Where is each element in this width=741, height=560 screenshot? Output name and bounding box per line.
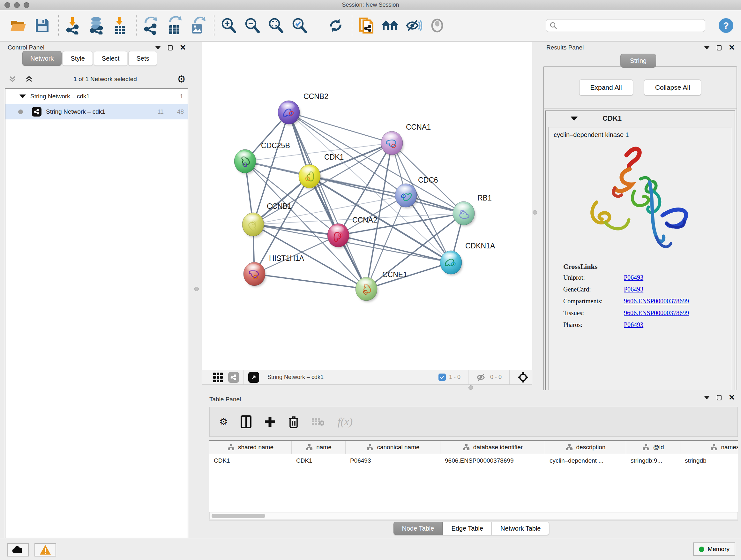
uniprot-link[interactable]: P06493 bbox=[624, 274, 643, 281]
table-row[interactable]: CDK1CDK1P064939606.ENSP00000378699cyclin… bbox=[209, 454, 738, 467]
show-hidden-button[interactable] bbox=[428, 16, 446, 36]
zoom-in-button[interactable] bbox=[219, 16, 238, 36]
panel-float-icon[interactable] bbox=[717, 395, 722, 400]
network-node[interactable]: RB1 bbox=[453, 194, 492, 226]
column-header[interactable]: description bbox=[545, 441, 626, 454]
compartments-link[interactable]: 9606.ENSP00000378699 bbox=[624, 298, 689, 305]
collapse-all-icon[interactable] bbox=[8, 75, 17, 83]
tab-node-table[interactable]: Node Table bbox=[394, 522, 443, 535]
panel-float-icon[interactable] bbox=[168, 45, 173, 51]
search-field[interactable] bbox=[546, 19, 705, 32]
table-cell[interactable]: CDK1 bbox=[209, 454, 292, 467]
scrollbar-thumb[interactable] bbox=[212, 514, 265, 518]
tab-network-table[interactable]: Network Table bbox=[492, 522, 549, 535]
table-cell[interactable]: cyclin–dependent ... bbox=[545, 454, 626, 467]
tab-string[interactable]: String bbox=[620, 54, 656, 68]
panel-float-icon[interactable] bbox=[717, 45, 722, 51]
table-cell[interactable]: P06493 bbox=[346, 454, 441, 467]
network-node[interactable]: HIST1H1A bbox=[244, 254, 305, 287]
import-network-button[interactable] bbox=[64, 16, 82, 36]
network-collection-row[interactable]: String Network – cdk1 1 bbox=[5, 89, 188, 104]
expand-all-icon[interactable] bbox=[25, 75, 33, 83]
column-header[interactable]: name bbox=[292, 441, 346, 454]
import-database-button[interactable] bbox=[87, 16, 105, 36]
network-options-gear-icon[interactable]: ⚙ bbox=[177, 74, 186, 84]
tab-select[interactable]: Select bbox=[94, 51, 128, 66]
help-button[interactable]: ? bbox=[719, 18, 733, 33]
pharos-link[interactable]: P06493 bbox=[624, 321, 643, 328]
collapse-all-button[interactable]: Collapse All bbox=[644, 79, 701, 96]
table-horizontal-scrollbar[interactable] bbox=[209, 512, 738, 520]
tab-edge-table[interactable]: Edge Table bbox=[443, 522, 492, 535]
network-node[interactable]: CCNA1 bbox=[381, 123, 431, 156]
birdseye-toggle-icon[interactable] bbox=[248, 372, 259, 383]
grid-view-icon[interactable] bbox=[213, 372, 223, 382]
horizontal-splitter-handle[interactable] bbox=[468, 385, 473, 390]
zoom-fit-button[interactable] bbox=[267, 16, 285, 36]
panel-close-icon[interactable]: ✕ bbox=[729, 395, 735, 400]
left-splitter-handle[interactable] bbox=[194, 287, 199, 291]
memory-button[interactable]: Memory bbox=[693, 543, 735, 556]
export-table-button[interactable] bbox=[165, 16, 183, 36]
column-header[interactable]: namespace bbox=[680, 441, 738, 454]
right-splitter-handle[interactable] bbox=[533, 210, 537, 214]
search-input[interactable] bbox=[557, 22, 695, 29]
tab-style[interactable]: Style bbox=[63, 51, 92, 66]
tissues-link[interactable]: 9606.ENSP00000378699 bbox=[624, 309, 689, 317]
expand-all-button[interactable]: Expand All bbox=[579, 79, 633, 96]
tab-sets[interactable]: Sets bbox=[128, 51, 157, 66]
refresh-view-button[interactable] bbox=[327, 16, 345, 36]
warnings-button[interactable] bbox=[35, 543, 56, 557]
column-header[interactable]: @id bbox=[626, 441, 680, 454]
gene-header[interactable]: CDK1 bbox=[546, 111, 735, 126]
column-header[interactable]: canonical name bbox=[346, 441, 441, 454]
genecard-link[interactable]: P06493 bbox=[624, 286, 643, 293]
network-edge[interactable] bbox=[253, 225, 338, 235]
cloud-status-button[interactable] bbox=[7, 543, 29, 557]
node-table[interactable]: shared namenamecanonical namedatabase id… bbox=[209, 440, 738, 520]
table-options-gear-icon[interactable]: ⚙ bbox=[219, 417, 228, 427]
column-header[interactable]: database identifier bbox=[441, 441, 545, 454]
zoom-out-button[interactable] bbox=[243, 16, 261, 36]
panel-collapse-icon[interactable] bbox=[155, 46, 161, 50]
show-columns-icon[interactable] bbox=[241, 415, 252, 428]
tab-network[interactable]: Network bbox=[22, 51, 62, 66]
panel-collapse-icon[interactable] bbox=[704, 46, 710, 50]
network-row-selected[interactable]: String Network – cdk1 11 48 bbox=[5, 104, 188, 119]
home-layout-button[interactable] bbox=[381, 16, 399, 36]
panel-close-icon[interactable]: ✕ bbox=[180, 45, 186, 51]
save-session-button[interactable] bbox=[33, 16, 51, 36]
table-cell[interactable]: stringdb:9... bbox=[626, 454, 680, 467]
zoom-selected-button[interactable] bbox=[290, 16, 308, 36]
share-network-button[interactable] bbox=[357, 16, 375, 36]
network-edge[interactable] bbox=[289, 112, 366, 289]
function-builder-icon[interactable]: f(x) bbox=[338, 416, 353, 428]
table-cell[interactable]: 9606.ENSP00000378699 bbox=[441, 454, 545, 467]
network-type-icon[interactable] bbox=[228, 372, 239, 383]
collection-expand-caret-icon[interactable] bbox=[19, 95, 26, 98]
delete-column-icon[interactable] bbox=[288, 415, 299, 428]
network-edge[interactable] bbox=[366, 262, 451, 289]
network-node[interactable]: CDKN1A bbox=[440, 242, 495, 275]
network-edge[interactable] bbox=[254, 274, 366, 289]
create-column-icon[interactable] bbox=[264, 416, 276, 428]
network-node[interactable]: CCNE1 bbox=[355, 270, 407, 302]
open-session-button[interactable] bbox=[10, 16, 27, 36]
network-edge[interactable] bbox=[289, 112, 464, 213]
panel-collapse-icon[interactable] bbox=[704, 396, 710, 399]
table-cell[interactable]: CDK1 bbox=[292, 454, 346, 467]
export-image-button[interactable] bbox=[189, 16, 207, 36]
delete-table-icon[interactable] bbox=[312, 417, 325, 427]
selected-checkbox[interactable] bbox=[439, 374, 446, 381]
hide-selected-button[interactable] bbox=[405, 16, 422, 36]
import-table-button[interactable] bbox=[111, 16, 129, 36]
network-canvas[interactable]: CCNB2CCNA1CDC25BCDK1CDC6RB1CCNB1CCNA2CDK… bbox=[202, 42, 532, 370]
table-cell[interactable]: stringdb bbox=[680, 454, 738, 467]
network-edge[interactable] bbox=[338, 235, 451, 262]
gene-collapse-caret-icon[interactable] bbox=[570, 117, 578, 121]
panel-close-icon[interactable]: ✕ bbox=[729, 45, 735, 51]
export-network-button[interactable] bbox=[142, 16, 159, 36]
column-header[interactable]: shared name bbox=[209, 441, 292, 454]
pan-crosshair-icon[interactable] bbox=[517, 372, 529, 383]
network-edge[interactable] bbox=[289, 112, 392, 143]
